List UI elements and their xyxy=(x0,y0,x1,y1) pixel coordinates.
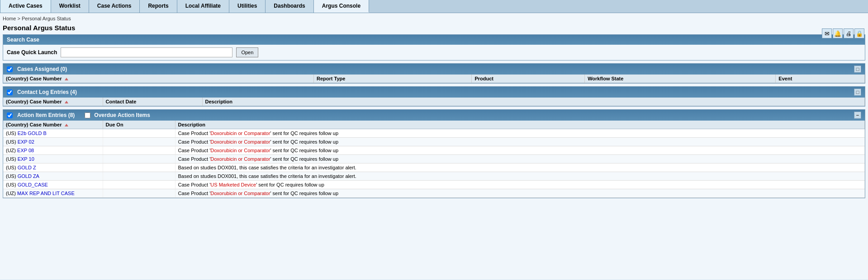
col-report-type: Report Type xyxy=(314,75,472,83)
action-items-checkbox[interactable] xyxy=(7,112,13,118)
due-on-cell xyxy=(103,146,175,155)
case-number-link[interactable]: GOLD Z xyxy=(18,165,36,170)
nav-tab-local-affiliate[interactable]: Local Affiliate xyxy=(177,0,229,13)
col-country-case-action: (Country) Case Number xyxy=(3,121,103,129)
nav-tab-case-actions[interactable]: Case Actions xyxy=(89,0,140,13)
top-navigation: Active CasesWorklistCase ActionsReportsL… xyxy=(0,0,868,13)
table-row: (UZ) MAX REP AND LIT CASECase Product 'D… xyxy=(3,189,865,198)
col-description-contact: Description xyxy=(202,98,865,106)
table-row: (US) EXP 02Case Product 'Doxorubicin or … xyxy=(3,138,865,146)
table-row: (UZ) EXP 08Case Product 'Doxorubicin or … xyxy=(3,146,865,155)
country-label: (US) xyxy=(6,182,18,187)
due-on-cell xyxy=(103,155,175,163)
case-number-cell: (US) GOLD_CASE xyxy=(3,181,103,189)
top-icon-bar: ✉ 🔔 🖨 🔒 xyxy=(822,28,864,38)
contact-log-title: Contact Log Entries (4) xyxy=(17,89,77,95)
highlight-text: Doxorubicin or Comparator xyxy=(210,131,270,136)
nav-tab-active-cases[interactable]: Active Cases xyxy=(0,0,51,13)
case-number-cell: (UZ) EXP 08 xyxy=(3,146,103,155)
search-case-panel: Search Case Case Quick Launch Open xyxy=(3,34,865,61)
table-row: (US) GOLD_CASECase Product 'US Marketed … xyxy=(3,181,865,189)
case-number-link[interactable]: EXP 10 xyxy=(18,156,34,162)
case-number-cell: (US) EXP 10 xyxy=(3,155,103,163)
search-case-title: Search Case xyxy=(7,37,39,43)
action-items-scroll-body: (US) E2b GOLD BCase Product 'Doxorubicin… xyxy=(3,129,865,198)
country-label: (US) xyxy=(6,139,18,145)
col-contact-date: Contact Date xyxy=(103,98,202,106)
contact-log-header: Contact Log Entries (4) □ xyxy=(3,87,865,98)
table-row: (US) GOLD ZABased on studies DOX001, thi… xyxy=(3,172,865,181)
case-number-link[interactable]: GOLD_CASE xyxy=(18,182,48,187)
description-cell: Case Product 'Doxorubicin or Comparator'… xyxy=(175,146,865,155)
action-items-collapse-button[interactable]: − xyxy=(854,112,861,119)
case-quick-launch-input[interactable] xyxy=(61,47,232,57)
description-cell: Case Product 'US Marketed Device' sent f… xyxy=(175,181,865,189)
cases-assigned-collapse-button[interactable]: □ xyxy=(854,65,861,73)
description-cell: Based on studies DOX001, this case satis… xyxy=(175,163,865,172)
case-number-cell: (US) GOLD ZA xyxy=(3,172,103,181)
due-on-cell xyxy=(103,172,175,181)
due-on-cell xyxy=(103,189,175,198)
nav-tab-argus-console[interactable]: Argus Console xyxy=(314,0,369,13)
highlight-text: Doxorubicin or Comparator xyxy=(210,191,270,196)
due-on-cell xyxy=(103,129,175,138)
description-cell: Case Product 'Doxorubicin or Comparator'… xyxy=(175,155,865,163)
case-number-cell: (US) E2b GOLD B xyxy=(3,129,103,138)
description-cell: Case Product 'Doxorubicin or Comparator'… xyxy=(175,138,865,146)
highlight-text: US Marketed Device xyxy=(210,182,256,187)
contact-log-checkbox[interactable] xyxy=(7,89,13,95)
contact-log-collapse-button[interactable]: □ xyxy=(854,89,861,96)
action-items-header: Action Item Entries (8) Overdue Action I… xyxy=(3,110,865,121)
notify-icon-button[interactable]: 🔔 xyxy=(833,28,843,38)
description-cell: Case Product 'Doxorubicin or Comparator'… xyxy=(175,189,865,198)
action-items-data-table: (US) E2b GOLD BCase Product 'Doxorubicin… xyxy=(3,129,865,198)
case-number-link[interactable]: GOLD ZA xyxy=(18,173,39,179)
col-description-action: Description xyxy=(175,121,865,129)
description-cell: Based on studies DOX001, this case satis… xyxy=(175,172,865,181)
nav-tab-utilities[interactable]: Utilities xyxy=(229,0,266,13)
page-title: Personal Argus Status xyxy=(3,24,865,32)
email-icon-button[interactable]: ✉ xyxy=(822,28,832,38)
table-row: (US) GOLD ZBased on studies DOX001, this… xyxy=(3,163,865,172)
case-number-link[interactable]: E2b GOLD B xyxy=(18,131,47,136)
sort-icon-contact xyxy=(65,101,68,103)
country-label: (US) xyxy=(6,131,18,136)
action-items-rows: (US) E2b GOLD BCase Product 'Doxorubicin… xyxy=(3,129,865,198)
col-country-case-contact: (Country) Case Number xyxy=(3,98,103,106)
country-label: (US) xyxy=(6,156,18,162)
nav-tab-reports[interactable]: Reports xyxy=(140,0,177,13)
search-case-header: Search Case xyxy=(3,35,865,45)
case-number-link[interactable]: MAX REP AND LIT CASE xyxy=(17,191,75,196)
main-content: Home > Personal Argus Status Personal Ar… xyxy=(0,13,868,280)
cases-assigned-header: Cases Assigned (0) □ xyxy=(3,64,865,75)
case-number-cell: (US) GOLD Z xyxy=(3,163,103,172)
cases-assigned-table: (Country) Case Number Report Type Produc… xyxy=(3,75,865,83)
highlight-text: Doxorubicin or Comparator xyxy=(210,139,270,145)
sort-icon-action xyxy=(65,124,68,126)
country-label: (UZ) xyxy=(6,148,17,153)
breadcrumb: Home > Personal Argus Status xyxy=(3,15,865,22)
print-icon-button[interactable]: 🖨 xyxy=(844,28,854,38)
case-quick-launch-label: Case Quick Launch xyxy=(7,49,57,56)
case-number-link[interactable]: EXP 08 xyxy=(17,148,34,153)
open-button[interactable]: Open xyxy=(236,47,258,57)
due-on-cell xyxy=(103,181,175,189)
sort-icon xyxy=(65,78,68,80)
highlight-text: Doxorubicin or Comparator xyxy=(210,156,270,162)
table-row: (US) EXP 10Case Product 'Doxorubicin or … xyxy=(3,155,865,163)
cases-assigned-checkbox[interactable] xyxy=(7,66,13,72)
lock-icon-button[interactable]: 🔒 xyxy=(854,28,864,38)
due-on-cell xyxy=(103,163,175,172)
col-workflow-state: Workflow State xyxy=(585,75,776,83)
action-items-title: Action Item Entries (8) xyxy=(17,112,75,118)
overdue-action-items-checkbox[interactable] xyxy=(85,112,90,118)
country-label: (US) xyxy=(6,173,18,179)
case-number-cell: (US) EXP 02 xyxy=(3,138,103,146)
nav-tab-dashboards[interactable]: Dashboards xyxy=(266,0,313,13)
nav-tab-worklist[interactable]: Worklist xyxy=(51,0,89,13)
col-country-case: (Country) Case Number xyxy=(3,75,314,83)
case-number-link[interactable]: EXP 02 xyxy=(18,139,34,145)
description-cell: Case Product 'Doxorubicin or Comparator'… xyxy=(175,129,865,138)
contact-log-table: (Country) Case Number Contact Date Descr… xyxy=(3,98,865,106)
col-product: Product xyxy=(472,75,585,83)
